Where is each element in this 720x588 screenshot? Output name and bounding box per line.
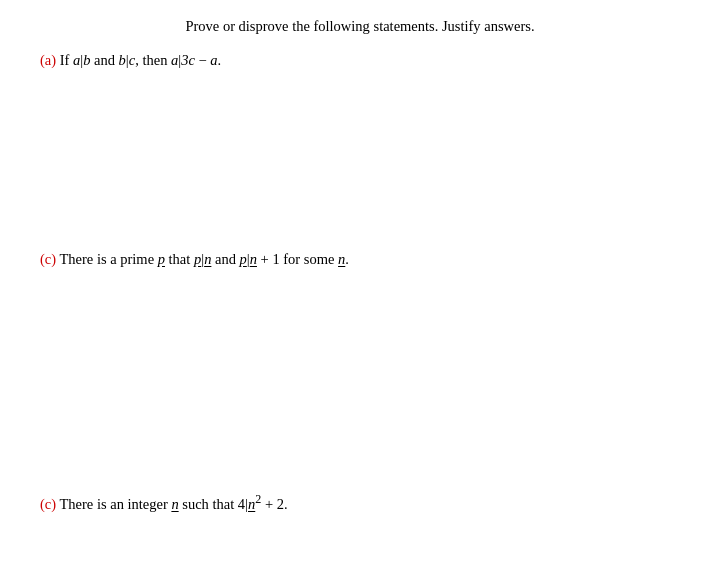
instructions-label: Prove or disprove the following statemen… (185, 18, 534, 34)
var-c1: c (129, 52, 135, 68)
problem-a: (a) If a|b and b|c, then a|3c − a. (40, 49, 680, 72)
var-n3: n (338, 251, 345, 267)
part-a-label: (a) (40, 52, 56, 68)
var-p3: p (240, 251, 247, 267)
var-b2: b (119, 52, 126, 68)
var-n1: n (204, 251, 211, 267)
instructions-text: Prove or disprove the following statemen… (40, 18, 680, 35)
var-a3: a (210, 52, 217, 68)
problem-a-text: If a|b and b|c, then a|3c − a. (60, 52, 221, 68)
var-p1: p (158, 251, 165, 267)
var-b1: b (83, 52, 90, 68)
var-n-c2: n (171, 496, 178, 512)
superscript-2: 2 (255, 492, 261, 506)
part-c2-label: (c) (40, 496, 56, 512)
problem-c1: (c) There is a prime p that p|n and p|n … (40, 248, 349, 271)
problem-c1-text: There is a prime p that p|n and p|n + 1 … (59, 251, 348, 267)
problem-c2: (c) There is an integer n such that 4|n2… (40, 490, 288, 516)
problem-c2-text: There is an integer n such that 4|n2 + 2… (59, 496, 287, 512)
page: Prove or disprove the following statemen… (0, 0, 720, 588)
var-n2: n (250, 251, 257, 267)
expr-3c: 3c (181, 52, 195, 68)
part-c1-label: (c) (40, 251, 56, 267)
